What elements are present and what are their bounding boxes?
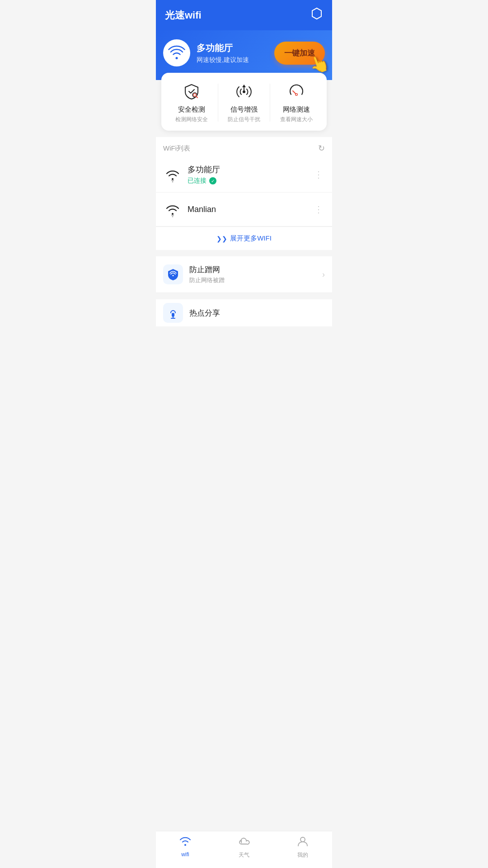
nav-mine-label: 我的: [297, 851, 308, 859]
shield-wifi-icon: [163, 264, 183, 284]
signal-icon: [234, 82, 254, 102]
action-speed[interactable]: 网络测速 查看网速大小: [270, 82, 322, 123]
feature-hotspot-text: 热点分享: [189, 308, 220, 318]
hotspot-icon: [163, 303, 183, 323]
svg-line-2: [197, 97, 198, 98]
banner-text: 多功能厅 网速较慢,建议加速: [197, 42, 249, 64]
svg-rect-10: [171, 180, 174, 181]
connected-dot: ✓: [209, 177, 216, 184]
refresh-icon[interactable]: ↻: [318, 143, 325, 153]
wifi-logo: [163, 39, 190, 66]
nav-mine-icon: [296, 836, 309, 849]
feature-hotspot[interactable]: 热点分享: [156, 299, 332, 326]
nav-weather-label: 天气: [239, 851, 249, 859]
svg-rect-15: [172, 313, 174, 317]
feature-protect-sub: 防止网络被蹭: [189, 276, 225, 284]
feature-hotspot-title: 热点分享: [189, 308, 220, 318]
action-speed-label: 网络测速: [283, 105, 310, 114]
wifi-status-1: 已连接 ✓: [188, 177, 312, 185]
action-signal-label: 信号增强: [230, 105, 258, 114]
wifi-more-2[interactable]: ⋮: [312, 202, 325, 217]
expand-label: 展开更多WIFI: [230, 234, 272, 243]
expand-more-wifi[interactable]: ❯❯ 展开更多WIFI: [156, 226, 332, 250]
wifi-info-manlian: Manlian: [188, 205, 312, 214]
feature-protect-text: 防止蹭网 防止网络被蹭: [189, 264, 225, 284]
security-icon: [182, 82, 202, 102]
wifi-signal-manlian: [163, 200, 182, 219]
svg-marker-0: [312, 8, 321, 19]
nav-wifi-icon: [179, 836, 192, 849]
wifi-name-1: 多功能厅: [188, 164, 312, 175]
expand-chevron: ❯❯: [216, 235, 227, 242]
wifi-signal-connected: [163, 165, 182, 184]
svg-point-9: [296, 94, 297, 95]
feature-section: 防止蹭网 防止网络被蹭 ›: [156, 256, 332, 293]
connected-label: 已连接: [188, 177, 206, 185]
wifi-list-title: WiFi列表: [163, 144, 190, 153]
wifi-list-section: WiFi列表 ↻ 多功能厅 已连接 ✓ ⋮: [156, 137, 332, 250]
nav-mine[interactable]: 我的: [273, 836, 332, 859]
hotspot-section: 热点分享: [156, 299, 332, 326]
action-signal[interactable]: 信号增强 防止信号干扰: [218, 82, 270, 123]
wifi-item-connected[interactable]: 多功能厅 已连接 ✓ ⋮: [156, 157, 332, 193]
action-signal-sub: 防止信号干扰: [228, 116, 260, 123]
wifi-list-header: WiFi列表 ↻: [156, 137, 332, 157]
nav-weather-icon: [238, 836, 250, 849]
feature-protect-title: 防止蹭网: [189, 264, 225, 275]
nav-weather[interactable]: 天气: [215, 836, 273, 859]
quick-actions: 安全检测 检测网络安全 信号增强 防止信号干扰: [161, 73, 327, 131]
banner-wifi-sub: 网速较慢,建议加速: [197, 56, 249, 64]
svg-point-18: [300, 837, 305, 842]
action-security-label: 安全检测: [178, 105, 205, 114]
svg-rect-12: [171, 215, 174, 216]
app-title: 光速wifi: [165, 9, 202, 22]
svg-line-8: [293, 91, 296, 94]
wifi-more-1[interactable]: ⋮: [312, 167, 325, 182]
nav-wifi-label: wifi: [181, 851, 189, 858]
action-speed-sub: 查看网速大小: [280, 116, 313, 123]
feature-protect-arrow: ›: [322, 270, 325, 279]
wifi-item-manlian[interactable]: Manlian ⋮: [156, 193, 332, 226]
speedtest-icon: [286, 82, 306, 102]
feature-protect[interactable]: 防止蹭网 防止网络被蹭 ›: [156, 256, 332, 293]
svg-marker-6: [242, 85, 246, 87]
banner-left: 多功能厅 网速较慢,建议加速: [163, 39, 249, 66]
wifi-info-connected: 多功能厅 已连接 ✓: [188, 164, 312, 185]
svg-point-14: [173, 275, 174, 276]
banner-wifi-name: 多功能厅: [197, 42, 249, 54]
action-security-sub: 检测网络安全: [175, 116, 208, 123]
bottom-nav: wifi 天气 我的: [156, 831, 332, 868]
nav-wifi[interactable]: wifi: [156, 836, 215, 859]
action-security[interactable]: 安全检测 检测网络安全: [166, 82, 218, 123]
svg-point-13: [172, 216, 174, 217]
settings-icon[interactable]: [310, 7, 323, 23]
svg-point-11: [172, 181, 174, 183]
header: 光速wifi: [156, 0, 332, 30]
wifi-name-2: Manlian: [188, 205, 312, 214]
